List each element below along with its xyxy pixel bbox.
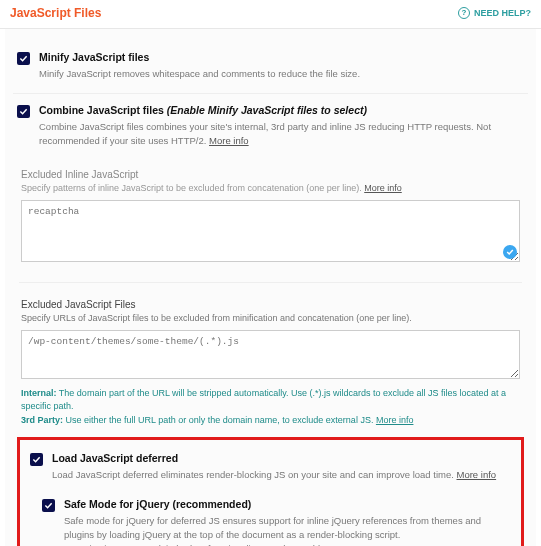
option-title: Safe Mode for jQuery (recommended): [64, 498, 513, 510]
option-title: Load JavaScript deferred: [52, 452, 513, 464]
more-info-link[interactable]: More info: [364, 183, 402, 193]
option-desc: Combine JavaScript files combines your s…: [39, 120, 524, 148]
option-title: Combine JavaScript files (Enable Minify …: [39, 104, 524, 116]
subsection-desc: Specify URLs of JavaScript files to be e…: [21, 313, 520, 323]
need-help-link[interactable]: ? NEED HELP?: [458, 7, 531, 19]
option-combine-js: Combine JavaScript files (Enable Minify …: [13, 94, 528, 160]
option-load-deferred: Load JavaScript deferred Load JavaScript…: [26, 448, 517, 492]
hint-internal-text: The domain part of the URL will be strip…: [21, 388, 506, 412]
option-title: Minify JavaScript files: [39, 51, 524, 63]
option-warning: Deactivating may result in broken functi…: [64, 543, 327, 547]
checkbox-safe-mode[interactable]: [42, 499, 55, 512]
option-desc: Safe mode for jQuery for deferred JS ens…: [64, 514, 513, 546]
subsection-title: Excluded JavaScript Files: [21, 299, 520, 310]
subsection-title: Excluded Inline JavaScript: [21, 169, 520, 180]
more-info-link[interactable]: More info: [457, 469, 497, 480]
option-safe-mode-jquery: Safe Mode for jQuery (recommended) Safe …: [38, 492, 517, 546]
excluded-inline-textarea[interactable]: [21, 200, 520, 261]
checkmark-icon: [32, 455, 41, 464]
settings-panel: Minify JavaScript files Minify JavaScrip…: [5, 29, 536, 546]
hint-thirdparty-text: Use either the full URL path or only the…: [66, 415, 374, 425]
more-info-link[interactable]: More info: [209, 135, 249, 146]
excluded-files-textarea[interactable]: [21, 330, 520, 379]
valid-check-icon: [503, 245, 517, 259]
exclusion-hints: Internal: The domain part of the URL wil…: [21, 387, 520, 428]
excluded-js-files: Excluded JavaScript Files Specify URLs o…: [13, 299, 528, 428]
hint-thirdparty-label: 3rd Party:: [21, 415, 63, 425]
option-desc: Load JavaScript deferred eliminates rend…: [52, 468, 513, 482]
more-info-link[interactable]: More info: [376, 415, 414, 425]
divider: [19, 282, 522, 283]
subsection-desc: Specify patterns of inline JavaScript to…: [21, 183, 520, 193]
option-desc: Minify JavaScript removes whitespace and…: [39, 67, 524, 81]
need-help-label: NEED HELP?: [474, 8, 531, 18]
option-minify-js: Minify JavaScript files Minify JavaScrip…: [13, 41, 528, 94]
checkbox-minify-js[interactable]: [17, 52, 30, 65]
checkmark-icon: [19, 54, 28, 63]
section-header: JavaScript Files ? NEED HELP?: [0, 0, 541, 29]
help-icon: ?: [458, 7, 470, 19]
section-title: JavaScript Files: [10, 6, 101, 20]
checkmark-icon: [19, 107, 28, 116]
checkbox-load-deferred[interactable]: [30, 453, 43, 466]
checkbox-combine-js[interactable]: [17, 105, 30, 118]
excluded-inline-js: Excluded Inline JavaScript Specify patte…: [13, 169, 528, 263]
hint-internal-label: Internal:: [21, 388, 57, 398]
checkmark-icon: [44, 501, 53, 510]
highlighted-options: Load JavaScript deferred Load JavaScript…: [17, 437, 524, 546]
